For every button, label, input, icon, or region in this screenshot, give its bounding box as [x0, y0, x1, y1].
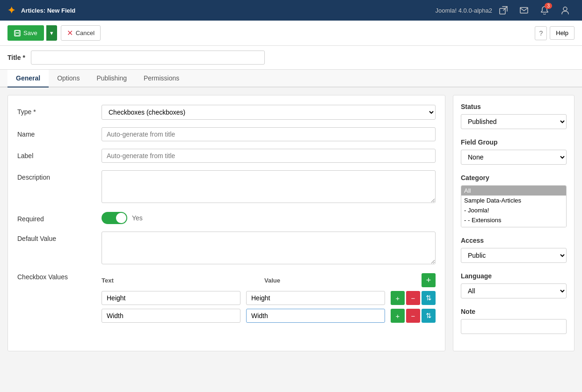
page-title: Articles: New Field [21, 7, 75, 14]
category-option-sample[interactable]: Sample Data-Articles [461, 196, 566, 205]
toolbar-left: Save ▾ ✕ Cancel [7, 25, 101, 41]
table-row: + − ⇅ [102, 291, 436, 305]
access-section: Access Public Registered Special [461, 237, 567, 263]
user-menu-button[interactable] [556, 0, 575, 21]
note-section: Note [461, 308, 567, 334]
status-select[interactable]: Published Unpublished Archived Trashed [461, 114, 567, 129]
default-value-label: Default Value [17, 232, 102, 242]
cv-value-input-width[interactable] [246, 309, 385, 323]
title-input[interactable] [31, 51, 265, 65]
checkbox-values-label: Checkbox Values [17, 273, 102, 281]
cv-move-row-button-width[interactable]: ⇅ [422, 309, 436, 323]
required-toggle[interactable] [102, 212, 127, 224]
category-section: Category All Sample Data-Articles - Joom… [461, 174, 567, 227]
save-button[interactable]: Save [7, 25, 44, 41]
svg-rect-1 [520, 7, 528, 13]
cv-col-text-header: Text [102, 277, 259, 284]
cv-remove-row-button-width[interactable]: − [406, 309, 420, 323]
name-input[interactable] [102, 127, 436, 141]
cv-text-input-width[interactable] [102, 309, 240, 323]
toolbar-right: ? Help [535, 26, 575, 40]
toggle-yes-label: Yes [132, 214, 143, 222]
required-control: Yes [102, 212, 436, 224]
type-control: Checkboxes (checkboxes) Text Textarea Se… [102, 105, 436, 120]
category-listbox[interactable]: All Sample Data-Articles - Joomla! - - E… [461, 185, 567, 227]
cancel-icon: ✕ [67, 29, 73, 37]
help-question-button[interactable]: ? [535, 26, 547, 40]
toggle-knob [116, 213, 126, 223]
cv-header: Text Value + [102, 273, 436, 287]
cv-move-row-button-height[interactable]: ⇅ [422, 291, 436, 305]
navbar: ✦ Articles: New Field Joomla! 4.0.0-alph… [0, 0, 582, 21]
description-row: Description [17, 170, 436, 204]
type-select[interactable]: Checkboxes (checkboxes) Text Textarea Se… [102, 105, 436, 120]
title-label: Title * [7, 54, 25, 61]
tab-permissions[interactable]: Permissions [135, 70, 188, 87]
joomla-logo-icon: ✦ [7, 5, 15, 16]
label-input[interactable] [102, 149, 436, 163]
cv-add-row-button-width[interactable]: + [391, 309, 405, 323]
user-icon [561, 6, 569, 15]
help-button[interactable]: Help [550, 26, 575, 40]
cv-text-input-height[interactable] [102, 291, 240, 305]
type-row: Type * Checkboxes (checkboxes) Text Text… [17, 105, 436, 120]
cv-actions-height: + − ⇅ [391, 291, 436, 305]
mail-icon [520, 7, 528, 14]
external-link-button[interactable] [494, 0, 513, 21]
svg-rect-5 [15, 33, 19, 36]
tab-publishing[interactable]: Publishing [88, 70, 135, 87]
cv-add-row-button-height[interactable]: + [391, 291, 405, 305]
field-group-section: Field Group None [461, 138, 567, 165]
language-select[interactable]: All [461, 283, 567, 298]
description-control [102, 170, 436, 204]
tab-options[interactable]: Options [49, 70, 88, 87]
category-title: Category [461, 174, 567, 181]
external-link-icon [499, 6, 508, 15]
description-label: Description [17, 170, 102, 181]
status-section: Status Published Unpublished Archived Tr… [461, 103, 567, 129]
default-value-textarea[interactable] [102, 232, 436, 264]
notification-badge: 3 [545, 3, 552, 9]
toolbar: Save ▾ ✕ Cancel ? Help [0, 21, 582, 46]
navbar-right: Joomla! 4.0.0-alpha2 3 [436, 0, 575, 21]
tab-general[interactable]: General [7, 70, 49, 87]
notifications-button[interactable]: 3 [535, 0, 554, 21]
access-select[interactable]: Public Registered Special [461, 248, 567, 263]
category-option-extensions[interactable]: - - Extensions [461, 215, 566, 225]
save-icon [14, 30, 21, 36]
type-label: Type * [17, 105, 102, 116]
svg-point-2 [563, 7, 567, 11]
toggle-wrap: Yes [102, 212, 436, 224]
cancel-button[interactable]: ✕ Cancel [61, 25, 101, 41]
category-option-joomla[interactable]: - Joomla! [461, 205, 566, 215]
joomla-version: Joomla! 4.0.0-alpha2 [436, 7, 492, 14]
add-checkbox-value-button[interactable]: + [422, 273, 436, 287]
mail-button[interactable] [515, 0, 533, 21]
category-option-all[interactable]: All [461, 186, 566, 196]
label-row: Label [17, 149, 436, 163]
field-group-select[interactable]: None [461, 150, 567, 165]
save-dropdown-button[interactable]: ▾ [46, 25, 57, 41]
language-section: Language All [461, 272, 567, 298]
right-panel: Status Published Unpublished Archived Tr… [453, 95, 575, 351]
category-option-components[interactable]: - - - Components [461, 225, 566, 227]
cancel-label: Cancel [76, 29, 95, 36]
navbar-left: ✦ Articles: New Field [7, 5, 75, 16]
required-row: Required Yes [17, 212, 436, 224]
tabs: General Options Publishing Permissions [0, 70, 582, 87]
left-panel: Type * Checkboxes (checkboxes) Text Text… [7, 95, 445, 351]
checkbox-values-row: Checkbox Values Text Value + + − ⇅ [17, 273, 436, 327]
note-input[interactable] [461, 319, 567, 334]
cv-remove-row-button-height[interactable]: − [406, 291, 420, 305]
access-title: Access [461, 237, 567, 244]
field-group-title: Field Group [461, 138, 567, 146]
status-section-title: Status [461, 103, 567, 110]
name-control [102, 127, 436, 141]
default-value-row: Default Value [17, 232, 436, 266]
save-label: Save [23, 29, 37, 36]
name-row: Name [17, 127, 436, 141]
cv-value-input-height[interactable] [246, 291, 385, 305]
label-control [102, 149, 436, 163]
cv-actions-width: + − ⇅ [391, 309, 436, 323]
description-textarea[interactable] [102, 170, 436, 203]
